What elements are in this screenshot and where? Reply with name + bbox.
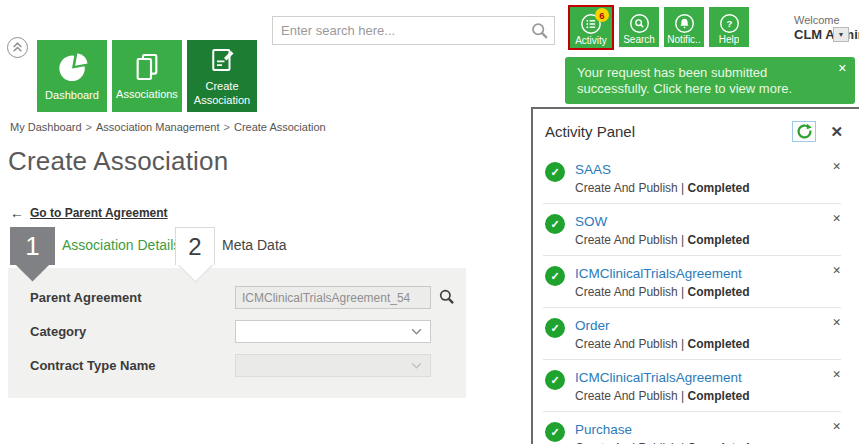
breadcrumb-item[interactable]: My Dashboard xyxy=(10,121,82,133)
topbar-tile-label: Search xyxy=(623,34,655,45)
success-check-icon: ✓ xyxy=(545,162,565,182)
step-2-number: 2 xyxy=(188,233,201,261)
tab-meta-data[interactable]: Meta Data xyxy=(222,237,287,253)
activity-item-status: Create And Publish | Completed xyxy=(575,233,750,247)
back-arrow-icon: ← xyxy=(10,205,24,221)
nav-tile-dashboard[interactable]: Dashboard xyxy=(37,40,107,112)
success-check-icon: ✓ xyxy=(545,422,565,442)
activity-item-close-icon[interactable]: ✕ xyxy=(832,316,841,328)
activity-item-close-icon[interactable]: ✕ xyxy=(832,420,841,432)
toast-message: Your request has been submitted successf… xyxy=(577,65,792,96)
activity-item-status: Create And Publish | Completed xyxy=(575,337,750,351)
topbar-tile-label: Help xyxy=(719,34,740,45)
welcome-label: Welcome xyxy=(794,13,859,27)
success-check-icon: ✓ xyxy=(545,318,565,338)
form-row-category: Category xyxy=(8,320,466,344)
step-2-tag[interactable]: 2 xyxy=(175,227,215,265)
topbar-tile-label: Activity xyxy=(575,35,607,46)
nav-tile-row: Dashboard Associations Create Associatio… xyxy=(37,40,257,112)
user-name: CLM Admin xyxy=(794,28,859,42)
pie-chart-icon xyxy=(55,50,89,84)
activity-panel: Activity Panel ✕ ✓ SAAS Create And Publi… xyxy=(531,107,859,444)
global-search-box xyxy=(272,16,555,45)
page-title: Create Association xyxy=(8,146,228,177)
topbar-icon-row: 6 Activity Search Notific.. ? Help xyxy=(568,5,749,50)
activity-item-link[interactable]: SOW xyxy=(575,214,607,229)
form-row-contract-type-name: Contract Type Name xyxy=(8,354,466,378)
user-welcome-block: Welcome CLM Admin ▼ xyxy=(794,13,859,42)
contract-type-name-label: Contract Type Name xyxy=(30,358,155,373)
topbar-activity-button[interactable]: 6 Activity xyxy=(568,5,614,50)
breadcrumb-item[interactable]: Association Management xyxy=(96,121,220,133)
category-select[interactable] xyxy=(235,320,431,343)
category-label: Category xyxy=(30,324,86,339)
contract-type-name-select xyxy=(235,354,431,377)
activity-item-status: Create And Publish | Completed xyxy=(575,285,750,299)
chevron-down-icon xyxy=(411,362,422,369)
activity-item-body: SAAS Create And Publish | Completed xyxy=(575,160,750,195)
global-search-input[interactable] xyxy=(273,23,530,38)
parent-agreement-label: Parent Agreement xyxy=(30,290,142,305)
activity-item-link[interactable]: Order xyxy=(575,318,610,333)
user-menu-arrow[interactable]: ▼ xyxy=(833,27,849,42)
activity-item: ✓ ICMClinicalTrialsAgreement Create And … xyxy=(543,360,841,412)
activity-count-badge: 6 xyxy=(595,8,609,22)
activity-item-status: Create And Publish | Completed xyxy=(575,389,750,403)
breadcrumb-separator: > xyxy=(224,121,230,133)
documents-icon xyxy=(131,51,163,83)
breadcrumb-item-current: Create Association xyxy=(234,121,326,133)
step-1-tag[interactable]: 1 xyxy=(10,227,55,265)
topbar-help-button[interactable]: ? Help xyxy=(709,7,749,47)
activity-item-close-icon[interactable]: ✕ xyxy=(832,368,841,380)
refresh-icon xyxy=(796,123,813,140)
activity-item-body: Purchase Create And Publish | Completed xyxy=(575,420,750,444)
search-icon[interactable] xyxy=(530,21,549,40)
collapse-tiles-button[interactable] xyxy=(7,37,28,58)
refresh-button[interactable] xyxy=(792,121,816,142)
activity-item-close-icon[interactable]: ✕ xyxy=(832,160,841,172)
activity-item-close-icon[interactable]: ✕ xyxy=(832,212,841,224)
nav-tile-label: Associations xyxy=(114,88,180,101)
activity-item-link[interactable]: Purchase xyxy=(575,422,632,437)
activity-item-body: SOW Create And Publish | Completed xyxy=(575,212,750,247)
activity-item-link[interactable]: SAAS xyxy=(575,162,611,177)
toast-close-icon[interactable]: ✕ xyxy=(838,62,847,75)
form-row-parent-agreement: Parent Agreement xyxy=(8,286,466,310)
magnifier-icon xyxy=(438,288,455,305)
activity-item: ✓ Purchase Create And Publish | Complete… xyxy=(543,412,841,444)
parent-agreement-lookup-button[interactable] xyxy=(438,288,455,305)
help-icon: ? xyxy=(719,13,740,34)
activity-panel-close-icon[interactable]: ✕ xyxy=(828,123,845,141)
activity-item-status: Create And Publish | Completed xyxy=(575,181,750,195)
topbar-notifications-button[interactable]: Notific.. xyxy=(664,7,704,47)
nav-tile-associations[interactable]: Associations xyxy=(112,40,182,112)
breadcrumb: My Dashboard>Association Management>Crea… xyxy=(10,121,326,133)
success-check-icon: ✓ xyxy=(545,214,565,234)
go-to-parent-agreement-link[interactable]: ← Go to Parent Agreement xyxy=(10,205,168,221)
breadcrumb-separator: > xyxy=(86,121,92,133)
back-link-label: Go to Parent Agreement xyxy=(30,206,168,220)
nav-tile-create-association[interactable]: Create Association xyxy=(187,40,257,112)
activity-item-link[interactable]: ICMClinicalTrialsAgreement xyxy=(575,266,742,281)
step-1-number: 1 xyxy=(25,231,39,262)
activity-item: ✓ SOW Create And Publish | Completed ✕ xyxy=(543,204,841,256)
activity-item: ✓ SAAS Create And Publish | Completed ✕ xyxy=(543,152,841,204)
association-details-form: Parent Agreement Category Contract Type … xyxy=(8,268,466,398)
toast-notification[interactable]: Your request has been submitted successf… xyxy=(565,57,855,104)
activity-item: ✓ Order Create And Publish | Completed ✕ xyxy=(543,308,841,360)
tab-association-details[interactable]: Association Details xyxy=(62,237,180,253)
success-check-icon: ✓ xyxy=(545,266,565,286)
topbar-search-button[interactable]: Search xyxy=(619,7,659,47)
parent-agreement-field xyxy=(235,286,431,309)
caret-down-icon: ▼ xyxy=(838,31,845,38)
activity-panel-header: Activity Panel ✕ xyxy=(533,109,859,152)
activity-item: ✓ ICMClinicalTrialsAgreement Create And … xyxy=(543,256,841,308)
activity-panel-title: Activity Panel xyxy=(545,123,792,140)
activity-item-close-icon[interactable]: ✕ xyxy=(832,264,841,276)
activity-item-link[interactable]: ICMClinicalTrialsAgreement xyxy=(575,370,742,385)
bell-icon xyxy=(674,13,695,34)
double-chevron-up-icon xyxy=(11,41,24,54)
topbar-tile-label: Notific.. xyxy=(667,34,700,45)
chevron-down-icon xyxy=(411,328,422,335)
nav-tile-label: Dashboard xyxy=(43,89,101,102)
